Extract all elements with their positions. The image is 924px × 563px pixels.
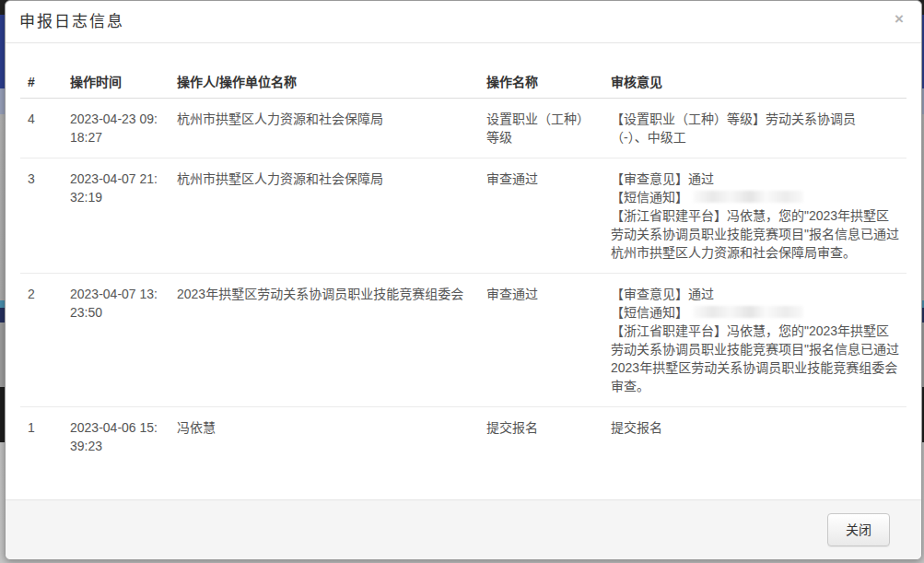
log-table-body: 4 2023-04-23 09:18:27 杭州市拱墅区人力资源和社会保障局 设…: [20, 99, 906, 467]
table-row: 4 2023-04-23 09:18:27 杭州市拱墅区人力资源和社会保障局 设…: [20, 99, 906, 158]
cell-operator: 2023年拱墅区劳动关系协调员职业技能竞赛组委会: [170, 274, 479, 407]
cell-operation: 提交报名: [479, 407, 603, 467]
log-dialog: 申报日志信息 × # 操作时间 操作人/操作单位名称 操作名称 审核意见: [5, 0, 922, 560]
cell-index: 2: [20, 274, 63, 407]
cell-operator: 杭州市拱墅区人力资源和社会保障局: [170, 99, 479, 158]
table-row: 1 2023-04-06 15:39:23 冯依慧 提交报名 提交报名: [20, 407, 906, 467]
cell-time: 2023-04-23 09:18:27: [63, 99, 170, 158]
cell-operation: 设置职业（工种）等级: [479, 99, 603, 158]
table-row: 2 2023-04-07 13:23:50 2023年拱墅区劳动关系协调员职业技…: [20, 274, 906, 407]
close-icon[interactable]: ×: [895, 11, 904, 28]
opinion-line: （-）、中级工: [611, 128, 899, 147]
page-background: { "modal": { "title": "申报日志信息", "close_i…: [0, 0, 924, 563]
opinion-line: 【浙江省职建平台】冯依慧，您的"2023年拱墅区劳动关系协调员职业技能竞赛项目"…: [611, 322, 899, 395]
dialog-footer: 关闭: [6, 499, 921, 559]
opinion-line: 提交报名: [611, 418, 899, 437]
opinion-line: 【短信通知】: [611, 303, 899, 322]
col-header-operation: 操作名称: [479, 62, 603, 99]
cell-time: 2023-04-06 15:39:23: [63, 407, 170, 467]
header-row: # 操作时间 操作人/操作单位名称 操作名称 审核意见: [20, 62, 906, 99]
dialog-header: 申报日志信息 ×: [6, 1, 921, 43]
cell-opinion: 【审查意见】通过【短信通知】【浙江省职建平台】冯依慧，您的"2023年拱墅区劳动…: [603, 274, 906, 407]
log-table: # 操作时间 操作人/操作单位名称 操作名称 审核意见 4 2023-04-23…: [20, 62, 906, 466]
cell-time: 2023-04-07 21:32:19: [63, 158, 170, 274]
cell-opinion: 【审查意见】通过【短信通知】【浙江省职建平台】冯依慧，您的"2023年拱墅区劳动…: [603, 158, 906, 274]
col-header-time: 操作时间: [63, 62, 170, 99]
opinion-line: 【短信通知】: [611, 188, 899, 206]
log-table-head: # 操作时间 操作人/操作单位名称 操作名称 审核意见: [20, 62, 906, 99]
col-header-opinion: 审核意见: [603, 62, 906, 99]
col-header-index: #: [20, 62, 63, 99]
cell-operator: 杭州市拱墅区人力资源和社会保障局: [170, 158, 479, 274]
cell-operator: 冯依慧: [170, 407, 479, 467]
opinion-line: 【设置职业（工种）等级】劳动关系协调员: [611, 110, 899, 128]
cell-index: 1: [20, 407, 63, 467]
cell-time: 2023-04-07 13:23:50: [63, 274, 170, 407]
close-button[interactable]: 关闭: [827, 513, 890, 546]
dialog-body: # 操作时间 操作人/操作单位名称 操作名称 审核意见 4 2023-04-23…: [6, 43, 921, 499]
cell-index: 3: [20, 158, 63, 274]
cell-index: 4: [20, 99, 63, 158]
redacted-sms-blur: [693, 191, 803, 203]
col-header-operator: 操作人/操作单位名称: [170, 62, 479, 99]
dialog-title: 申报日志信息: [19, 13, 907, 31]
table-row: 3 2023-04-07 21:32:19 杭州市拱墅区人力资源和社会保障局 审…: [20, 158, 906, 274]
opinion-line: 【审查意见】通过: [611, 170, 899, 188]
opinion-line: 【浙江省职建平台】冯依慧，您的"2023年拱墅区劳动关系协调员职业技能竞赛项目"…: [611, 206, 899, 262]
cell-opinion: 提交报名: [603, 407, 906, 467]
redacted-sms-blur: [693, 306, 803, 318]
cell-operation: 审查通过: [479, 158, 603, 274]
cell-operation: 审查通过: [479, 274, 603, 407]
cell-opinion: 【设置职业（工种）等级】劳动关系协调员（-）、中级工: [603, 99, 906, 158]
opinion-line: 【审查意见】通过: [611, 285, 899, 303]
